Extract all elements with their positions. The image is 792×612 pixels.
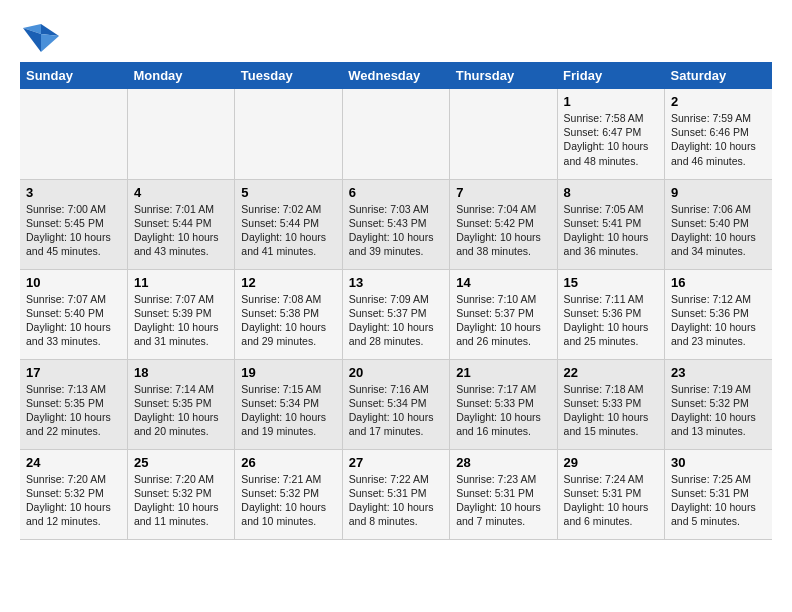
- calendar-header-monday: Monday: [127, 62, 234, 89]
- day-info: Sunrise: 7:22 AM Sunset: 5:31 PM Dayligh…: [349, 472, 443, 529]
- day-info: Sunrise: 7:11 AM Sunset: 5:36 PM Dayligh…: [564, 292, 658, 349]
- day-number: 27: [349, 455, 443, 470]
- calendar-table: SundayMondayTuesdayWednesdayThursdayFrid…: [20, 62, 772, 540]
- day-number: 18: [134, 365, 228, 380]
- day-number: 29: [564, 455, 658, 470]
- calendar-week-row: 24Sunrise: 7:20 AM Sunset: 5:32 PM Dayli…: [20, 449, 772, 539]
- calendar-cell: 19Sunrise: 7:15 AM Sunset: 5:34 PM Dayli…: [235, 359, 342, 449]
- day-info: Sunrise: 7:16 AM Sunset: 5:34 PM Dayligh…: [349, 382, 443, 439]
- calendar-cell: 11Sunrise: 7:07 AM Sunset: 5:39 PM Dayli…: [127, 269, 234, 359]
- calendar-cell: 12Sunrise: 7:08 AM Sunset: 5:38 PM Dayli…: [235, 269, 342, 359]
- calendar-cell: 21Sunrise: 7:17 AM Sunset: 5:33 PM Dayli…: [450, 359, 557, 449]
- day-number: 9: [671, 185, 766, 200]
- calendar-cell: 30Sunrise: 7:25 AM Sunset: 5:31 PM Dayli…: [665, 449, 772, 539]
- day-info: Sunrise: 7:20 AM Sunset: 5:32 PM Dayligh…: [134, 472, 228, 529]
- calendar-cell: [235, 89, 342, 179]
- calendar-week-row: 1Sunrise: 7:58 AM Sunset: 6:47 PM Daylig…: [20, 89, 772, 179]
- calendar-cell: 5Sunrise: 7:02 AM Sunset: 5:44 PM Daylig…: [235, 179, 342, 269]
- day-info: Sunrise: 7:01 AM Sunset: 5:44 PM Dayligh…: [134, 202, 228, 259]
- calendar-cell: 17Sunrise: 7:13 AM Sunset: 5:35 PM Dayli…: [20, 359, 127, 449]
- day-number: 7: [456, 185, 550, 200]
- day-number: 15: [564, 275, 658, 290]
- calendar-cell: 13Sunrise: 7:09 AM Sunset: 5:37 PM Dayli…: [342, 269, 449, 359]
- page-header: [20, 20, 772, 52]
- calendar-cell: 7Sunrise: 7:04 AM Sunset: 5:42 PM Daylig…: [450, 179, 557, 269]
- day-info: Sunrise: 7:00 AM Sunset: 5:45 PM Dayligh…: [26, 202, 121, 259]
- calendar-week-row: 3Sunrise: 7:00 AM Sunset: 5:45 PM Daylig…: [20, 179, 772, 269]
- day-info: Sunrise: 7:58 AM Sunset: 6:47 PM Dayligh…: [564, 111, 658, 168]
- calendar-cell: [127, 89, 234, 179]
- day-info: Sunrise: 7:23 AM Sunset: 5:31 PM Dayligh…: [456, 472, 550, 529]
- day-info: Sunrise: 7:02 AM Sunset: 5:44 PM Dayligh…: [241, 202, 335, 259]
- calendar-header-wednesday: Wednesday: [342, 62, 449, 89]
- calendar-header-tuesday: Tuesday: [235, 62, 342, 89]
- day-info: Sunrise: 7:05 AM Sunset: 5:41 PM Dayligh…: [564, 202, 658, 259]
- calendar-cell: [342, 89, 449, 179]
- day-info: Sunrise: 7:12 AM Sunset: 5:36 PM Dayligh…: [671, 292, 766, 349]
- day-number: 3: [26, 185, 121, 200]
- calendar-cell: 9Sunrise: 7:06 AM Sunset: 5:40 PM Daylig…: [665, 179, 772, 269]
- calendar-cell: 4Sunrise: 7:01 AM Sunset: 5:44 PM Daylig…: [127, 179, 234, 269]
- calendar-header-saturday: Saturday: [665, 62, 772, 89]
- day-number: 17: [26, 365, 121, 380]
- day-info: Sunrise: 7:15 AM Sunset: 5:34 PM Dayligh…: [241, 382, 335, 439]
- calendar-cell: [450, 89, 557, 179]
- calendar-cell: 20Sunrise: 7:16 AM Sunset: 5:34 PM Dayli…: [342, 359, 449, 449]
- calendar-week-row: 10Sunrise: 7:07 AM Sunset: 5:40 PM Dayli…: [20, 269, 772, 359]
- day-number: 12: [241, 275, 335, 290]
- calendar-cell: 2Sunrise: 7:59 AM Sunset: 6:46 PM Daylig…: [665, 89, 772, 179]
- calendar-cell: 1Sunrise: 7:58 AM Sunset: 6:47 PM Daylig…: [557, 89, 664, 179]
- day-info: Sunrise: 7:08 AM Sunset: 5:38 PM Dayligh…: [241, 292, 335, 349]
- day-info: Sunrise: 7:07 AM Sunset: 5:40 PM Dayligh…: [26, 292, 121, 349]
- day-info: Sunrise: 7:59 AM Sunset: 6:46 PM Dayligh…: [671, 111, 766, 168]
- day-info: Sunrise: 7:04 AM Sunset: 5:42 PM Dayligh…: [456, 202, 550, 259]
- day-info: Sunrise: 7:14 AM Sunset: 5:35 PM Dayligh…: [134, 382, 228, 439]
- calendar-cell: 10Sunrise: 7:07 AM Sunset: 5:40 PM Dayli…: [20, 269, 127, 359]
- day-number: 16: [671, 275, 766, 290]
- logo-bird-icon: [23, 20, 59, 52]
- day-number: 6: [349, 185, 443, 200]
- day-info: Sunrise: 7:09 AM Sunset: 5:37 PM Dayligh…: [349, 292, 443, 349]
- calendar-cell: [20, 89, 127, 179]
- day-info: Sunrise: 7:18 AM Sunset: 5:33 PM Dayligh…: [564, 382, 658, 439]
- day-info: Sunrise: 7:06 AM Sunset: 5:40 PM Dayligh…: [671, 202, 766, 259]
- calendar-cell: 29Sunrise: 7:24 AM Sunset: 5:31 PM Dayli…: [557, 449, 664, 539]
- day-number: 25: [134, 455, 228, 470]
- calendar-header-sunday: Sunday: [20, 62, 127, 89]
- day-number: 8: [564, 185, 658, 200]
- day-info: Sunrise: 7:10 AM Sunset: 5:37 PM Dayligh…: [456, 292, 550, 349]
- calendar-cell: 22Sunrise: 7:18 AM Sunset: 5:33 PM Dayli…: [557, 359, 664, 449]
- day-number: 19: [241, 365, 335, 380]
- calendar-cell: 28Sunrise: 7:23 AM Sunset: 5:31 PM Dayli…: [450, 449, 557, 539]
- calendar-cell: 24Sunrise: 7:20 AM Sunset: 5:32 PM Dayli…: [20, 449, 127, 539]
- day-info: Sunrise: 7:19 AM Sunset: 5:32 PM Dayligh…: [671, 382, 766, 439]
- calendar-header-thursday: Thursday: [450, 62, 557, 89]
- day-number: 10: [26, 275, 121, 290]
- calendar-cell: 27Sunrise: 7:22 AM Sunset: 5:31 PM Dayli…: [342, 449, 449, 539]
- day-number: 23: [671, 365, 766, 380]
- calendar-cell: 23Sunrise: 7:19 AM Sunset: 5:32 PM Dayli…: [665, 359, 772, 449]
- day-info: Sunrise: 7:25 AM Sunset: 5:31 PM Dayligh…: [671, 472, 766, 529]
- day-info: Sunrise: 7:21 AM Sunset: 5:32 PM Dayligh…: [241, 472, 335, 529]
- day-number: 14: [456, 275, 550, 290]
- day-number: 4: [134, 185, 228, 200]
- calendar-cell: 18Sunrise: 7:14 AM Sunset: 5:35 PM Dayli…: [127, 359, 234, 449]
- logo: [20, 20, 59, 52]
- day-number: 5: [241, 185, 335, 200]
- day-number: 1: [564, 94, 658, 109]
- day-info: Sunrise: 7:17 AM Sunset: 5:33 PM Dayligh…: [456, 382, 550, 439]
- day-number: 20: [349, 365, 443, 380]
- calendar-cell: 6Sunrise: 7:03 AM Sunset: 5:43 PM Daylig…: [342, 179, 449, 269]
- day-number: 13: [349, 275, 443, 290]
- calendar-cell: 15Sunrise: 7:11 AM Sunset: 5:36 PM Dayli…: [557, 269, 664, 359]
- calendar-cell: 8Sunrise: 7:05 AM Sunset: 5:41 PM Daylig…: [557, 179, 664, 269]
- calendar-cell: 14Sunrise: 7:10 AM Sunset: 5:37 PM Dayli…: [450, 269, 557, 359]
- calendar-header-friday: Friday: [557, 62, 664, 89]
- day-number: 2: [671, 94, 766, 109]
- day-info: Sunrise: 7:03 AM Sunset: 5:43 PM Dayligh…: [349, 202, 443, 259]
- day-info: Sunrise: 7:13 AM Sunset: 5:35 PM Dayligh…: [26, 382, 121, 439]
- svg-marker-0: [41, 24, 59, 36]
- day-info: Sunrise: 7:24 AM Sunset: 5:31 PM Dayligh…: [564, 472, 658, 529]
- day-number: 24: [26, 455, 121, 470]
- day-number: 30: [671, 455, 766, 470]
